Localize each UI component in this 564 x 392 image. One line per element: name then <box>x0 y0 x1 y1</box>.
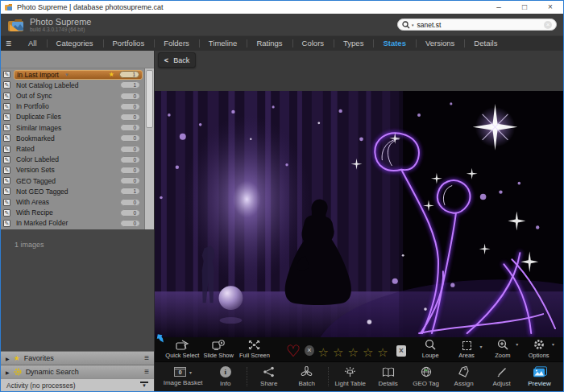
minimize-button[interactable]: – <box>486 1 512 14</box>
panel-menu-icon[interactable]: ≡ <box>144 368 149 376</box>
list-item-rated[interactable]: ✎ Rated 0 <box>3 143 143 154</box>
share-label: Share <box>260 380 277 387</box>
search-clear-icon[interactable]: × <box>544 21 552 29</box>
tab-portfolios[interactable]: Portfolios <box>103 36 155 51</box>
edit-label-icon[interactable]: ✎ <box>3 93 10 100</box>
geo-tag-button[interactable]: GEO Tag <box>407 366 445 387</box>
edit-label-icon[interactable]: ✎ <box>3 71 10 78</box>
expand-arrow-icon[interactable]: ▶ <box>6 369 10 375</box>
edit-label-icon[interactable]: ✎ <box>3 146 10 153</box>
batch-label: Batch <box>298 380 314 387</box>
tab-folders[interactable]: Folders <box>154 36 199 51</box>
list-item-in-portfolio[interactable]: ✎ In Portfolio 0 <box>3 101 143 112</box>
edit-label-icon[interactable]: ✎ <box>3 156 10 163</box>
edit-label-icon[interactable]: ✎ <box>3 199 10 206</box>
photo-viewer[interactable] <box>155 91 563 337</box>
edit-label-icon[interactable]: ✎ <box>3 103 10 110</box>
loupe-button[interactable]: Loupe <box>413 339 449 360</box>
star-1-icon[interactable]: ☆ <box>318 346 329 359</box>
basket-caret-icon[interactable]: ▾ <box>189 369 192 375</box>
edit-label-icon[interactable]: ✎ <box>3 124 10 131</box>
tab-states[interactable]: States <box>373 36 416 51</box>
list-item-bookmarked[interactable]: ✎ Bookmarked 0 <box>3 133 143 143</box>
tab-timeline[interactable]: Timeline <box>199 36 247 51</box>
star-4-icon[interactable]: ☆ <box>363 346 373 359</box>
edit-label-icon[interactable]: ✎ <box>3 177 10 184</box>
slide-show-button[interactable]: Slide Show <box>201 340 237 360</box>
edit-label-icon[interactable]: ✎ <box>3 113 10 121</box>
preview-button[interactable]: Preview <box>520 366 558 387</box>
app-header: Photo Supreme build 4.3.0.1749 (64 bit) … <box>1 14 563 35</box>
info-label: Info <box>220 380 230 387</box>
search-scope-caret-icon[interactable]: ▾ <box>412 23 414 27</box>
activity-toggle-icon[interactable]: ▼ <box>140 382 148 389</box>
expand-arrow-icon[interactable]: ▶ <box>6 356 10 361</box>
details-button[interactable]: Details <box>369 367 407 387</box>
clear-rating-icon[interactable]: × <box>305 345 313 356</box>
star-5-icon[interactable]: ☆ <box>377 346 388 359</box>
panel-dynamic-search[interactable]: ▶ Dynamic Search ≡ <box>1 365 154 378</box>
list-item-not-geo-tagged[interactable]: ✎ Not GEO Tagged 1 <box>3 186 143 196</box>
search-input[interactable]: sanet.st <box>417 21 442 29</box>
search-box[interactable]: ▾ sanet.st × <box>397 19 557 31</box>
tab-details[interactable]: Details <box>464 36 507 51</box>
maximize-button[interactable]: □ <box>512 1 537 14</box>
list-item-in-marked-folder[interactable]: ✎ In Marked Folder 0 <box>3 218 143 229</box>
menu-hamburger-icon[interactable]: ≡ <box>6 39 11 48</box>
filter-funnel-icon[interactable]: ▼ <box>64 72 69 77</box>
options-caret-icon[interactable]: ▾ <box>552 341 554 347</box>
areas-button[interactable]: ▾ Areas <box>449 341 485 360</box>
main-tabbar: ≡ All Categories Portfolios Folders Time… <box>1 35 563 51</box>
edit-label-icon[interactable]: ✎ <box>3 220 10 227</box>
zoom-button[interactable]: ▾ Zoom <box>484 339 520 360</box>
batch-button[interactable]: Batch <box>288 366 326 387</box>
image-basket-button[interactable]: 0 ▾ Image Basket <box>160 367 206 386</box>
reject-button[interactable]: × <box>396 345 406 357</box>
quick-select-button[interactable]: Quick Select <box>164 340 201 360</box>
panel-favorites[interactable]: ▶ ★ Favorites ≡ <box>1 351 154 365</box>
list-item-color-labeled[interactable]: ✎ Color Labeled 0 <box>3 155 143 165</box>
list-item-with-recipe[interactable]: ✎ With Recipe 0 <box>3 208 143 218</box>
list-item-with-areas[interactable]: ✎ With Areas 0 <box>3 196 143 207</box>
info-button[interactable]: i Info <box>206 366 244 387</box>
areas-caret-icon[interactable]: ▾ <box>479 344 482 349</box>
gear-icon <box>533 339 545 350</box>
panel-label: Dynamic Search <box>26 368 79 376</box>
list-item-out-of-sync[interactable]: ✎ Out of Sync 0 <box>3 90 143 101</box>
image-basket-label: Image Basket <box>164 379 203 386</box>
close-button[interactable]: × <box>537 1 563 14</box>
star-3-icon[interactable]: ☆ <box>347 346 358 359</box>
list-item-in-last-import[interactable]: ✎ In Last Import ▼ ★ 1 <box>3 69 143 80</box>
tab-all[interactable]: All <box>19 36 47 51</box>
sidebar-scrollbar[interactable] <box>144 68 154 229</box>
panel-menu-icon[interactable]: ≡ <box>144 354 149 362</box>
tab-categories[interactable]: Categories <box>47 36 103 51</box>
edit-label-icon[interactable]: ✎ <box>3 134 10 142</box>
tab-types[interactable]: Types <box>334 36 373 51</box>
star-2-icon[interactable]: ☆ <box>333 346 343 359</box>
search-icon <box>402 21 410 29</box>
tab-colors[interactable]: Colors <box>292 36 334 51</box>
options-button[interactable]: ▾ Options <box>520 339 557 360</box>
tab-ratings[interactable]: Ratings <box>247 36 292 51</box>
full-screen-button[interactable]: Full Screen <box>237 340 273 360</box>
edit-label-icon[interactable]: ✎ <box>3 167 10 174</box>
list-item-not-catalog-labeled[interactable]: ✎ Not Catalog Labeled 1 <box>3 80 143 90</box>
scrollbar-thumb[interactable] <box>146 70 153 128</box>
light-table-button[interactable]: Light Table <box>331 366 369 387</box>
edit-label-icon[interactable]: ✎ <box>3 188 10 195</box>
list-item-geo-tagged[interactable]: ✎ GEO Tagged 0 <box>3 175 143 186</box>
favorite-heart-icon[interactable]: ♡ <box>285 345 300 357</box>
assign-button[interactable]: Assign <box>445 366 483 387</box>
star-rating[interactable]: ☆ ☆ ☆ ☆ ☆ <box>318 346 388 359</box>
edit-label-icon[interactable]: ✎ <box>3 209 10 217</box>
zoom-caret-icon[interactable]: ▾ <box>516 341 518 347</box>
tab-versions[interactable]: Versions <box>416 36 464 51</box>
back-button[interactable]: < Back <box>158 52 196 68</box>
adjust-button[interactable]: Adjust <box>483 366 520 387</box>
list-item-version-sets[interactable]: ✎ Version Sets 0 <box>3 165 143 175</box>
list-item-similar-images[interactable]: ✎ Similar Images 0 <box>3 122 143 133</box>
list-item-duplicate-files[interactable]: ✎ Duplicate Files 0 <box>3 112 143 122</box>
share-button[interactable]: Share <box>250 366 288 387</box>
edit-label-icon[interactable]: ✎ <box>3 81 10 89</box>
